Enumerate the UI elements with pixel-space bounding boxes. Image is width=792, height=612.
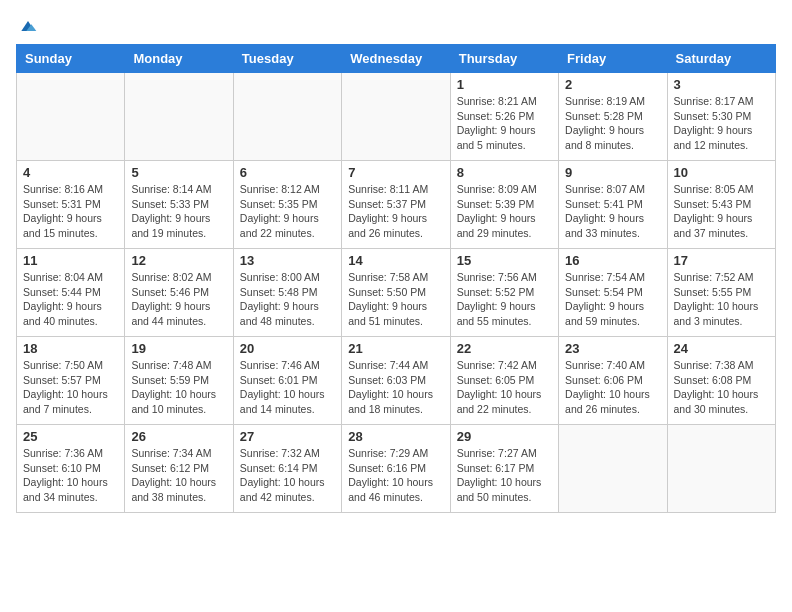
calendar-cell: 21Sunrise: 7:44 AM Sunset: 6:03 PM Dayli… bbox=[342, 337, 450, 425]
day-number: 2 bbox=[565, 77, 660, 92]
day-number: 29 bbox=[457, 429, 552, 444]
day-info: Sunrise: 7:52 AM Sunset: 5:55 PM Dayligh… bbox=[674, 270, 769, 329]
calendar-cell: 8Sunrise: 8:09 AM Sunset: 5:39 PM Daylig… bbox=[450, 161, 558, 249]
calendar-cell: 6Sunrise: 8:12 AM Sunset: 5:35 PM Daylig… bbox=[233, 161, 341, 249]
calendar-cell: 2Sunrise: 8:19 AM Sunset: 5:28 PM Daylig… bbox=[559, 73, 667, 161]
day-number: 26 bbox=[131, 429, 226, 444]
day-info: Sunrise: 7:50 AM Sunset: 5:57 PM Dayligh… bbox=[23, 358, 118, 417]
day-info: Sunrise: 8:14 AM Sunset: 5:33 PM Dayligh… bbox=[131, 182, 226, 241]
calendar-week-1: 1Sunrise: 8:21 AM Sunset: 5:26 PM Daylig… bbox=[17, 73, 776, 161]
weekday-header-tuesday: Tuesday bbox=[233, 45, 341, 73]
calendar-cell: 19Sunrise: 7:48 AM Sunset: 5:59 PM Dayli… bbox=[125, 337, 233, 425]
calendar-cell: 5Sunrise: 8:14 AM Sunset: 5:33 PM Daylig… bbox=[125, 161, 233, 249]
weekday-header-monday: Monday bbox=[125, 45, 233, 73]
day-number: 24 bbox=[674, 341, 769, 356]
day-number: 4 bbox=[23, 165, 118, 180]
day-info: Sunrise: 7:34 AM Sunset: 6:12 PM Dayligh… bbox=[131, 446, 226, 505]
calendar-cell: 15Sunrise: 7:56 AM Sunset: 5:52 PM Dayli… bbox=[450, 249, 558, 337]
day-number: 6 bbox=[240, 165, 335, 180]
calendar-header-row: SundayMondayTuesdayWednesdayThursdayFrid… bbox=[17, 45, 776, 73]
day-info: Sunrise: 7:48 AM Sunset: 5:59 PM Dayligh… bbox=[131, 358, 226, 417]
calendar-week-5: 25Sunrise: 7:36 AM Sunset: 6:10 PM Dayli… bbox=[17, 425, 776, 513]
day-number: 21 bbox=[348, 341, 443, 356]
day-number: 13 bbox=[240, 253, 335, 268]
calendar-cell: 18Sunrise: 7:50 AM Sunset: 5:57 PM Dayli… bbox=[17, 337, 125, 425]
calendar-cell: 3Sunrise: 8:17 AM Sunset: 5:30 PM Daylig… bbox=[667, 73, 775, 161]
calendar-cell bbox=[125, 73, 233, 161]
calendar-cell: 23Sunrise: 7:40 AM Sunset: 6:06 PM Dayli… bbox=[559, 337, 667, 425]
day-number: 17 bbox=[674, 253, 769, 268]
logo-icon bbox=[18, 16, 38, 36]
weekday-header-sunday: Sunday bbox=[17, 45, 125, 73]
day-info: Sunrise: 8:00 AM Sunset: 5:48 PM Dayligh… bbox=[240, 270, 335, 329]
calendar-cell: 14Sunrise: 7:58 AM Sunset: 5:50 PM Dayli… bbox=[342, 249, 450, 337]
day-info: Sunrise: 7:44 AM Sunset: 6:03 PM Dayligh… bbox=[348, 358, 443, 417]
calendar-cell: 1Sunrise: 8:21 AM Sunset: 5:26 PM Daylig… bbox=[450, 73, 558, 161]
calendar-cell: 12Sunrise: 8:02 AM Sunset: 5:46 PM Dayli… bbox=[125, 249, 233, 337]
calendar-cell: 7Sunrise: 8:11 AM Sunset: 5:37 PM Daylig… bbox=[342, 161, 450, 249]
calendar-cell bbox=[233, 73, 341, 161]
day-info: Sunrise: 8:16 AM Sunset: 5:31 PM Dayligh… bbox=[23, 182, 118, 241]
day-number: 9 bbox=[565, 165, 660, 180]
calendar-cell bbox=[342, 73, 450, 161]
calendar-table: SundayMondayTuesdayWednesdayThursdayFrid… bbox=[16, 44, 776, 513]
weekday-header-friday: Friday bbox=[559, 45, 667, 73]
calendar-cell: 29Sunrise: 7:27 AM Sunset: 6:17 PM Dayli… bbox=[450, 425, 558, 513]
calendar-cell: 24Sunrise: 7:38 AM Sunset: 6:08 PM Dayli… bbox=[667, 337, 775, 425]
day-number: 19 bbox=[131, 341, 226, 356]
day-number: 18 bbox=[23, 341, 118, 356]
day-info: Sunrise: 7:42 AM Sunset: 6:05 PM Dayligh… bbox=[457, 358, 552, 417]
day-number: 22 bbox=[457, 341, 552, 356]
calendar-cell bbox=[559, 425, 667, 513]
day-number: 14 bbox=[348, 253, 443, 268]
weekday-header-wednesday: Wednesday bbox=[342, 45, 450, 73]
day-number: 7 bbox=[348, 165, 443, 180]
day-info: Sunrise: 7:27 AM Sunset: 6:17 PM Dayligh… bbox=[457, 446, 552, 505]
day-info: Sunrise: 8:09 AM Sunset: 5:39 PM Dayligh… bbox=[457, 182, 552, 241]
day-info: Sunrise: 7:54 AM Sunset: 5:54 PM Dayligh… bbox=[565, 270, 660, 329]
day-info: Sunrise: 7:36 AM Sunset: 6:10 PM Dayligh… bbox=[23, 446, 118, 505]
day-number: 1 bbox=[457, 77, 552, 92]
calendar-cell: 27Sunrise: 7:32 AM Sunset: 6:14 PM Dayli… bbox=[233, 425, 341, 513]
day-info: Sunrise: 7:56 AM Sunset: 5:52 PM Dayligh… bbox=[457, 270, 552, 329]
calendar-cell: 22Sunrise: 7:42 AM Sunset: 6:05 PM Dayli… bbox=[450, 337, 558, 425]
calendar-cell: 13Sunrise: 8:00 AM Sunset: 5:48 PM Dayli… bbox=[233, 249, 341, 337]
day-info: Sunrise: 7:32 AM Sunset: 6:14 PM Dayligh… bbox=[240, 446, 335, 505]
calendar-cell: 26Sunrise: 7:34 AM Sunset: 6:12 PM Dayli… bbox=[125, 425, 233, 513]
calendar-cell: 11Sunrise: 8:04 AM Sunset: 5:44 PM Dayli… bbox=[17, 249, 125, 337]
day-number: 12 bbox=[131, 253, 226, 268]
calendar-cell: 17Sunrise: 7:52 AM Sunset: 5:55 PM Dayli… bbox=[667, 249, 775, 337]
calendar-cell: 20Sunrise: 7:46 AM Sunset: 6:01 PM Dayli… bbox=[233, 337, 341, 425]
day-number: 8 bbox=[457, 165, 552, 180]
day-info: Sunrise: 7:40 AM Sunset: 6:06 PM Dayligh… bbox=[565, 358, 660, 417]
calendar-week-2: 4Sunrise: 8:16 AM Sunset: 5:31 PM Daylig… bbox=[17, 161, 776, 249]
calendar-cell: 9Sunrise: 8:07 AM Sunset: 5:41 PM Daylig… bbox=[559, 161, 667, 249]
day-info: Sunrise: 8:19 AM Sunset: 5:28 PM Dayligh… bbox=[565, 94, 660, 153]
calendar-cell: 10Sunrise: 8:05 AM Sunset: 5:43 PM Dayli… bbox=[667, 161, 775, 249]
calendar-week-3: 11Sunrise: 8:04 AM Sunset: 5:44 PM Dayli… bbox=[17, 249, 776, 337]
header bbox=[16, 16, 776, 36]
day-info: Sunrise: 7:38 AM Sunset: 6:08 PM Dayligh… bbox=[674, 358, 769, 417]
day-number: 25 bbox=[23, 429, 118, 444]
day-number: 23 bbox=[565, 341, 660, 356]
day-info: Sunrise: 8:07 AM Sunset: 5:41 PM Dayligh… bbox=[565, 182, 660, 241]
day-number: 15 bbox=[457, 253, 552, 268]
day-info: Sunrise: 8:05 AM Sunset: 5:43 PM Dayligh… bbox=[674, 182, 769, 241]
day-number: 20 bbox=[240, 341, 335, 356]
day-info: Sunrise: 7:46 AM Sunset: 6:01 PM Dayligh… bbox=[240, 358, 335, 417]
day-info: Sunrise: 8:21 AM Sunset: 5:26 PM Dayligh… bbox=[457, 94, 552, 153]
day-number: 27 bbox=[240, 429, 335, 444]
day-number: 28 bbox=[348, 429, 443, 444]
day-number: 10 bbox=[674, 165, 769, 180]
calendar-cell: 4Sunrise: 8:16 AM Sunset: 5:31 PM Daylig… bbox=[17, 161, 125, 249]
logo bbox=[16, 16, 38, 36]
calendar-cell: 16Sunrise: 7:54 AM Sunset: 5:54 PM Dayli… bbox=[559, 249, 667, 337]
calendar-cell bbox=[17, 73, 125, 161]
day-info: Sunrise: 8:04 AM Sunset: 5:44 PM Dayligh… bbox=[23, 270, 118, 329]
day-info: Sunrise: 8:12 AM Sunset: 5:35 PM Dayligh… bbox=[240, 182, 335, 241]
calendar-cell: 28Sunrise: 7:29 AM Sunset: 6:16 PM Dayli… bbox=[342, 425, 450, 513]
day-info: Sunrise: 8:17 AM Sunset: 5:30 PM Dayligh… bbox=[674, 94, 769, 153]
calendar-cell: 25Sunrise: 7:36 AM Sunset: 6:10 PM Dayli… bbox=[17, 425, 125, 513]
day-info: Sunrise: 8:11 AM Sunset: 5:37 PM Dayligh… bbox=[348, 182, 443, 241]
day-number: 5 bbox=[131, 165, 226, 180]
